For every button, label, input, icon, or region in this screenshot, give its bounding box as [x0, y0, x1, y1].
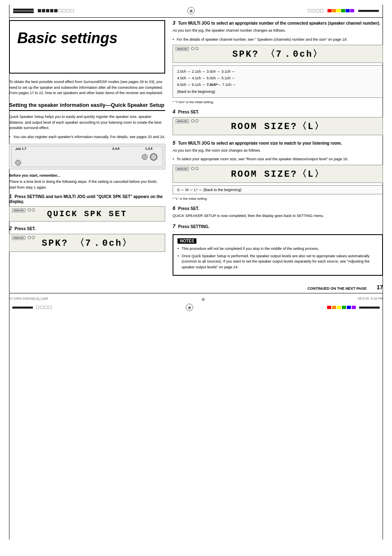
section-bullet: You can also register each speaker's inf… — [9, 134, 165, 140]
bottom-border-line — [9, 293, 383, 293]
step-5-lcd: ANALOG ROOM SIZE?〈L〉 — [173, 165, 383, 183]
step-7-num: 7 — [173, 224, 175, 229]
step-7-heading: 7 Press SETTING. — [173, 224, 383, 229]
step-1-lcd: ANALOG QUICK SPK SET — [9, 206, 165, 221]
page-border-right — [383, 16, 383, 540]
step-5-desc: As you turn the jog, the room size chang… — [173, 148, 383, 154]
step-1-lcd-text: QUICK SPK SET — [47, 209, 127, 219]
step-2-text: Press SET. — [14, 226, 35, 231]
notes-box: NOTES This procedure will not be complet… — [173, 234, 383, 276]
footer-right: 05.5.25, 5:16 PM — [358, 297, 383, 302]
room-flow-text: S ↔ M ↔ L* ↔ (Back to the beginning) — [177, 188, 242, 192]
analog-label-3: ANALOG — [175, 47, 189, 51]
step-3-num: 3 — [173, 20, 175, 26]
step-4-lcd: ANALOG ROOM SIZE?〈L〉 — [173, 117, 383, 135]
footer-line: 17-22RX-D301S[UJ]_f.p65 ⊕ 05.5.25, 5:16 … — [9, 297, 383, 302]
step-3-lcd: ANALOG SPK? 〈7．0ch〉 — [173, 45, 383, 63]
bottom-compass-icon: ⊕ — [186, 304, 193, 311]
step-1-text: Press SETTING and turn MULTI JOG until "… — [9, 194, 163, 204]
step-3-bullet: For the details of speaker channel numbe… — [173, 37, 383, 43]
step-1-num: 1 — [9, 194, 12, 199]
step-4-lcd-text: ROOM SIZE?〈L〉 — [231, 120, 325, 132]
page-number: 17 — [367, 284, 383, 291]
step-7: 7 Press SETTING. — [173, 224, 383, 229]
step-1-heading: 1 Press SETTING and turn MULTI JOG until… — [9, 194, 165, 204]
step-2-lcd-text: SPK? 〈7．0ch〉 — [42, 237, 133, 249]
footer-compass: ⊕ — [201, 297, 205, 302]
step-2-lcd: ANALOG SPK? 〈7．0ch〉 — [9, 234, 165, 252]
step-3-heading: 3 Turn MULTI JOG to select an appropriat… — [173, 20, 383, 26]
bottom-area: CONTINUED ON THE NEXT PAGE 17 — [9, 284, 383, 291]
analog-dots-2 — [28, 236, 35, 239]
page-title: Basic settings — [17, 30, 157, 46]
notes-item-2: Once Quick Speaker Setup is performed, t… — [178, 254, 378, 270]
step-5-bullet: To select your appropriate room size, se… — [173, 157, 383, 162]
analog-label-4: ANALOG — [175, 119, 189, 123]
ch-row-1: 2.0ch ↔ 2.1ch ↔ 3.0ch ↔ 3.1ch ↔ — [177, 68, 378, 75]
page-border-left — [9, 16, 9, 540]
step-5-heading: 5 Turn MULTI JOG to select an appropriat… — [173, 140, 383, 146]
footer-left: 17-22RX-D301S[UJ]_f.p65 — [9, 297, 48, 302]
analog-dots-1 — [28, 208, 35, 212]
step-2: 2 Press SET. ANALOG SPK? 〈7．0ch〉 — [9, 226, 165, 252]
bottom-decoration: ⊕ — [9, 305, 383, 310]
step-4-text: Press SET. — [178, 110, 199, 114]
channel-flow: 2.0ch ↔ 2.1ch ↔ 3.0ch ↔ 3.1ch ↔ 4.0ch ↔ … — [173, 65, 383, 98]
intro-text: To obtain the best possible sound effect… — [9, 79, 165, 96]
notes-item-1: This procedure will not be completed if … — [178, 246, 378, 252]
ch-row-2: 4.0ch ↔ 4.1ch ↔ 5.0ch ↔ 5.1ch ↔ — [177, 75, 378, 81]
step-6: 6 Press SET. QUICK SPEAKER SETUP is now … — [173, 205, 383, 219]
step-3-desc: As you turn the jog, the speaker channel… — [173, 28, 383, 34]
step-3: 3 Turn MULTI JOG to select an appropriat… — [173, 20, 383, 104]
step-6-text: Press SET. — [178, 206, 199, 211]
step-5-footnote: * "L" is the initial setting. — [173, 197, 383, 201]
room-flow: S ↔ M ↔ L* ↔ (Back to the beginning) — [173, 185, 383, 194]
label-246: 2,4,6 — [112, 147, 120, 150]
before-start-text: There is a time limit in doing the follo… — [9, 179, 165, 190]
step-5-text: Turn MULTI JOG to select an appropriate … — [178, 141, 342, 145]
step-3-footnote: * "7.0ch" is the initial setting. — [173, 100, 383, 104]
step-4: 4 Press SET. ANALOG ROOM SIZE?〈L〉 — [173, 109, 383, 135]
step-4-num: 4 — [173, 109, 175, 115]
top-border-line — [9, 17, 383, 18]
ch-row-4: (Back to the beginning) — [177, 88, 378, 95]
section-heading: Setting the speaker information easily—Q… — [9, 102, 165, 111]
notes-title: NOTES — [178, 238, 196, 244]
step-5: 5 Turn MULTI JOG to select an appropriat… — [173, 140, 383, 201]
step-6-desc: QUICK SPEAKER SETUP is now completed, th… — [173, 213, 383, 219]
analog-label-1: ANALOG — [12, 208, 25, 212]
compass-icon: ⊕ — [187, 7, 195, 14]
step-6-num: 6 — [173, 205, 175, 211]
analog-label-2: ANALOG — [12, 236, 25, 240]
before-start-label: Before you start, remember... — [9, 173, 165, 178]
step-2-heading: 2 Press SET. — [9, 226, 165, 231]
step-4-heading: 4 Press SET. — [173, 109, 383, 115]
label-135: 1,3,5 — [145, 147, 152, 150]
step-7-text: Press SETTING. — [178, 224, 209, 229]
step-5-num: 5 — [173, 140, 175, 146]
step-3-lcd-text: SPK? 〈7．0ch〉 — [233, 48, 323, 60]
top-decoration: ⊕ — [9, 7, 383, 14]
device-diagram: JVG 1,7 2,4,6 1,3,5 — [9, 144, 165, 169]
analog-dots-3 — [191, 47, 198, 50]
analog-dots-4 — [191, 119, 198, 122]
step-3-text: Turn MULTI JOG to select an appropriate … — [178, 21, 380, 25]
section-text: Quick Speaker Setup helps you to easily … — [9, 114, 165, 131]
main-content: Basic settings To obtain the best possib… — [9, 20, 383, 276]
step-5-lcd-text: ROOM SIZE?〈L〉 — [231, 168, 325, 180]
ch-row-3: 6.0ch ↔ 6.1ch ↔ 7.0ch*↔ 7.1ch ↔ — [177, 81, 378, 88]
analog-label-5: ANALOG — [175, 167, 189, 171]
analog-dots-5 — [191, 167, 198, 170]
jog-label: JVG — [15, 148, 21, 150]
label-17: 1,7 — [22, 147, 26, 150]
step-2-num: 2 — [9, 226, 12, 231]
left-column: Basic settings To obtain the best possib… — [9, 20, 165, 276]
title-box: Basic settings — [9, 20, 165, 74]
right-column: 3 Turn MULTI JOG to select an appropriat… — [173, 20, 383, 276]
continued-text: CONTINUED ON THE NEXT PAGE — [25, 286, 367, 291]
step-6-heading: 6 Press SET. — [173, 205, 383, 211]
step-1: 1 Press SETTING and turn MULTI JOG until… — [9, 194, 165, 221]
